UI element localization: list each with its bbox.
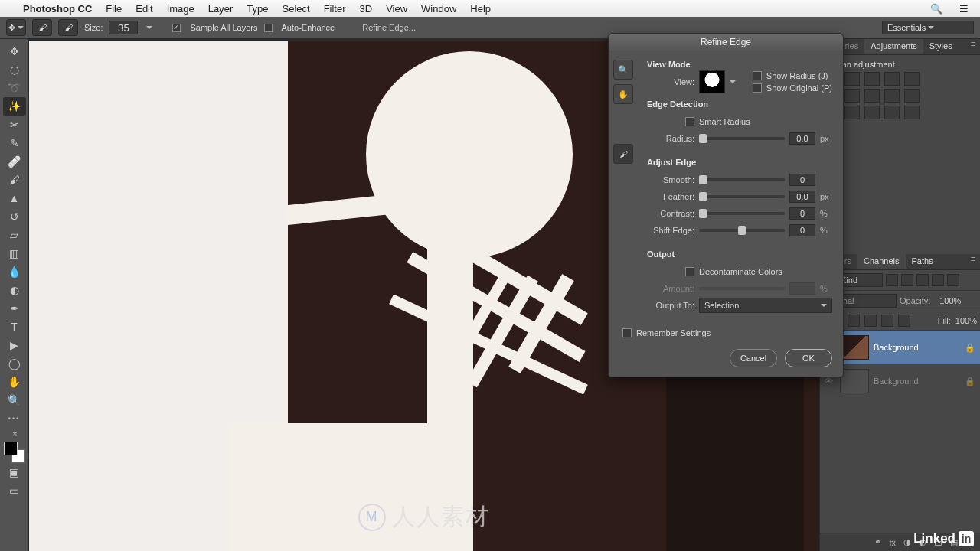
cancel-button[interactable]: Cancel — [730, 349, 777, 367]
hand-tool-icon[interactable]: ✋ — [3, 373, 26, 391]
brush-tool-icon[interactable]: 🖌 — [3, 171, 26, 189]
history-brush-tool-icon[interactable]: ↺ — [3, 207, 26, 226]
adj-exposure-icon[interactable] — [884, 72, 900, 86]
adj-photo-filter-icon[interactable] — [864, 89, 880, 103]
radius-value[interactable]: 0.0 — [789, 132, 815, 145]
eyedropper-tool-icon[interactable]: ✎ — [3, 134, 26, 152]
adj-threshold-icon[interactable] — [864, 106, 880, 119]
view-thumbnail-dropdown[interactable] — [699, 70, 725, 93]
panel-menu-icon[interactable]: ≡ — [966, 254, 980, 269]
radius-slider[interactable] — [699, 137, 785, 140]
smooth-slider[interactable] — [699, 178, 785, 181]
filter-adj-icon[interactable] — [901, 274, 913, 286]
foreground-color-swatch[interactable] — [4, 442, 18, 455]
menu-layer[interactable]: Layer — [208, 3, 234, 15]
contrast-slider[interactable] — [699, 212, 785, 215]
tool-preset-dropdown[interactable]: ✥ — [6, 19, 26, 36]
show-original-checkbox[interactable] — [753, 83, 762, 93]
menu-window[interactable]: Window — [421, 3, 456, 15]
stamp-tool-icon[interactable]: ▲ — [3, 189, 26, 207]
screen-mode-icon[interactable]: ▭ — [3, 481, 26, 500]
contrast-value[interactable]: 0 — [789, 207, 815, 220]
blur-tool-icon[interactable]: 💧 — [3, 262, 26, 281]
filter-shape-icon[interactable] — [932, 274, 944, 286]
visibility-icon[interactable]: 👁 — [825, 377, 835, 386]
workspace-dropdown[interactable]: Essentials — [882, 21, 974, 34]
filter-type-icon[interactable] — [916, 274, 929, 286]
adj-selective-icon[interactable] — [904, 106, 920, 119]
healing-tool-icon[interactable]: 🩹 — [3, 152, 26, 171]
menu-image[interactable]: Image — [167, 3, 194, 15]
opacity-value[interactable]: 100% — [933, 296, 961, 305]
sample-all-checkbox[interactable] — [172, 24, 181, 32]
search-icon[interactable]: 🔍 — [929, 3, 943, 15]
filter-pixel-icon[interactable] — [886, 274, 898, 286]
adj-bw-icon[interactable] — [844, 89, 860, 103]
eraser-tool-icon[interactable]: ▱ — [3, 226, 26, 244]
link-layers-icon[interactable]: ⚭ — [874, 537, 881, 547]
adj-vibrance-icon[interactable] — [904, 72, 920, 86]
quick-mask-icon[interactable]: ▣ — [3, 463, 26, 481]
move-tool-icon[interactable]: ✥ — [3, 42, 26, 60]
pen-tool-icon[interactable]: ✒ — [3, 299, 26, 318]
brush-add-icon[interactable]: 🖌 — [32, 19, 52, 36]
smart-radius-checkbox[interactable] — [685, 117, 694, 126]
layer-row-background-ghost[interactable]: 👁 Background 🔒 — [820, 364, 980, 398]
menu-filter[interactable]: Filter — [324, 3, 346, 15]
tab-styles[interactable]: Styles — [923, 39, 959, 54]
type-tool-icon[interactable]: T — [3, 318, 26, 336]
foreground-background-swatch[interactable] — [4, 442, 25, 463]
adj-curves-icon[interactable] — [864, 72, 880, 86]
fill-value[interactable]: 100% — [956, 316, 977, 325]
decontaminate-checkbox[interactable] — [685, 267, 694, 276]
panel-menu-icon[interactable]: ≡ — [966, 39, 980, 54]
shift-value[interactable]: 0 — [789, 224, 815, 236]
dialog-title[interactable]: Refine Edge — [609, 34, 843, 51]
lasso-tool-icon[interactable]: ➰ — [3, 79, 26, 97]
lock-pixels-icon[interactable] — [864, 315, 877, 327]
dialog-hand-tool-icon[interactable]: ✋ — [613, 84, 633, 104]
refine-edge-link[interactable]: Refine Edge... — [362, 23, 416, 32]
shape-tool-icon[interactable]: ◯ — [3, 354, 26, 373]
zoom-tool-icon[interactable]: 🔍 — [3, 391, 26, 409]
marquee-tool-icon[interactable]: ◌ — [3, 60, 26, 79]
menu-edit[interactable]: Edit — [136, 3, 152, 15]
remember-checkbox[interactable] — [622, 328, 632, 337]
tab-adjustments[interactable]: Adjustments — [864, 39, 923, 54]
shift-slider[interactable] — [699, 229, 785, 232]
size-dropdown-icon[interactable] — [144, 23, 152, 32]
menu-select[interactable]: Select — [282, 3, 309, 15]
filter-smart-icon[interactable] — [947, 274, 959, 286]
smooth-value[interactable]: 0 — [789, 174, 815, 186]
menu-view[interactable]: View — [386, 3, 407, 15]
more-tools-icon[interactable]: ••• — [3, 409, 26, 428]
output-to-dropdown[interactable]: Selection — [699, 298, 832, 313]
view-dropdown-icon[interactable] — [730, 80, 736, 86]
tab-channels[interactable]: Channels — [858, 254, 905, 269]
ok-button[interactable]: OK — [785, 349, 832, 367]
adj-lut-icon[interactable] — [904, 89, 920, 103]
layer-thumbnail[interactable] — [840, 335, 869, 360]
feather-slider[interactable] — [699, 195, 785, 198]
menu-type[interactable]: Type — [247, 3, 268, 15]
path-select-tool-icon[interactable]: ▶ — [3, 336, 26, 354]
dialog-refine-brush-icon[interactable]: 🖌 — [613, 144, 633, 164]
adj-levels-icon[interactable] — [844, 72, 860, 86]
adj-gradient-map-icon[interactable] — [884, 106, 900, 119]
tab-paths[interactable]: Paths — [906, 254, 939, 269]
quick-select-tool-icon[interactable]: ✨ — [3, 97, 26, 116]
adj-posterize-icon[interactable] — [844, 106, 860, 119]
menu-help[interactable]: Help — [470, 3, 491, 15]
size-input[interactable] — [109, 21, 138, 34]
layer-thumbnail[interactable] — [840, 369, 869, 393]
brush-subtract-icon[interactable]: 🖌 — [58, 19, 78, 36]
lock-all-icon[interactable] — [898, 315, 910, 327]
dodge-tool-icon[interactable]: ◐ — [3, 281, 26, 299]
crop-tool-icon[interactable]: ✂ — [3, 116, 26, 134]
menu-extras-icon[interactable]: ☰ — [957, 3, 971, 15]
auto-enhance-checkbox[interactable] — [264, 24, 273, 32]
layer-row-background[interactable]: 👁 Background 🔒 — [820, 331, 980, 364]
kind-dropdown[interactable]: Kind — [837, 273, 883, 287]
dialog-zoom-tool-icon[interactable]: 🔍 — [613, 60, 633, 80]
feather-value[interactable]: 0.0 — [789, 191, 815, 203]
